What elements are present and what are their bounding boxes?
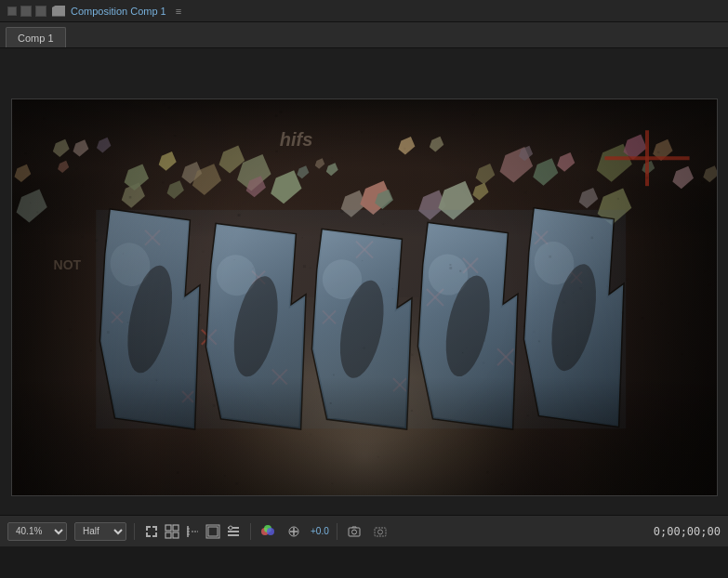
composition-view[interactable]: [11, 99, 718, 496]
safe-zones-button[interactable]: [204, 522, 222, 541]
view-buttons: [142, 522, 243, 541]
layer-controls-button[interactable]: [224, 522, 243, 541]
region-of-interest-button[interactable]: [142, 522, 161, 541]
svg-rect-10: [165, 532, 171, 538]
svg-rect-11: [173, 532, 179, 538]
panel-title: Composition Comp 1: [71, 6, 166, 17]
svg-rect-1: [146, 526, 148, 531]
separator-3: [337, 523, 338, 540]
svg-rect-16: [228, 534, 239, 536]
viewer-container: 40.1% Half: [0, 48, 728, 546]
svg-point-20: [267, 528, 274, 535]
color-correction-button[interactable]: [258, 522, 277, 541]
close-icon: [7, 7, 17, 16]
separator-2: [250, 523, 251, 540]
maximize-icon: [35, 6, 46, 17]
svg-point-27: [377, 530, 382, 534]
svg-rect-7: [155, 532, 157, 537]
svg-rect-8: [165, 525, 171, 531]
guides-button[interactable]: [183, 522, 202, 541]
tab-comp1[interactable]: Comp 1: [6, 27, 66, 47]
folder-icon: [52, 6, 65, 17]
panel-menu-icon[interactable]: ≡: [176, 6, 181, 17]
svg-rect-24: [349, 528, 360, 536]
svg-point-25: [351, 530, 356, 534]
snapshot-button[interactable]: [345, 522, 364, 541]
separator-1: [134, 523, 135, 540]
zoom-select[interactable]: 40.1%: [7, 522, 67, 541]
window-controls: [7, 6, 46, 17]
minimize-icon: [20, 6, 32, 17]
tab-bar: Comp 1: [0, 22, 728, 48]
exposure-value: +0.0: [311, 526, 329, 536]
svg-rect-26: [375, 528, 386, 536]
resolution-select[interactable]: Half: [74, 522, 126, 541]
bottom-toolbar: 40.1% Half: [0, 515, 728, 546]
svg-rect-5: [146, 532, 148, 537]
svg-rect-15: [228, 531, 239, 532]
svg-rect-3: [155, 526, 157, 531]
show-snapshot-button[interactable]: [371, 522, 390, 541]
grid-button[interactable]: [163, 522, 181, 541]
svg-rect-9: [173, 525, 179, 531]
composition-canvas: [11, 99, 718, 496]
timecode-display: 0;00;00;00: [654, 525, 721, 538]
exposure-reset-button[interactable]: [285, 522, 303, 541]
svg-point-17: [229, 526, 232, 530]
title-bar: Composition Comp 1 ≡: [0, 0, 728, 22]
svg-rect-13: [208, 527, 218, 536]
